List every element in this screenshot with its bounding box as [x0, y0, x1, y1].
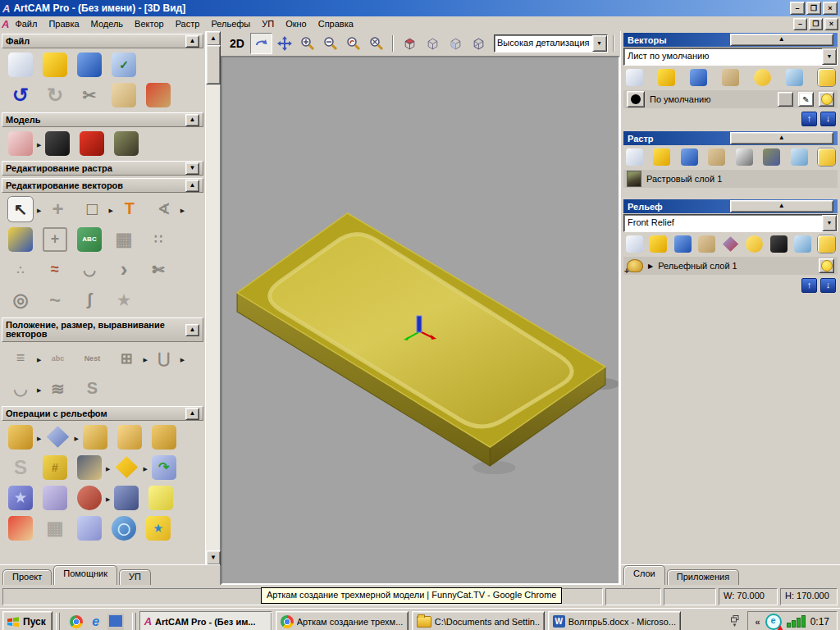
expand-icon[interactable]: ▼: [185, 162, 199, 175]
create-text-icon[interactable]: T: [117, 197, 142, 221]
raster-layer-row[interactable]: Растровый слой 1: [623, 170, 838, 188]
menu-item-reliefs[interactable]: Рельефы: [205, 17, 256, 30]
trim-vectors-icon[interactable]: ✄: [146, 258, 171, 282]
detail-level-select[interactable]: Высокая детализация ▼: [494, 34, 608, 52]
envelope-distort-icon[interactable]: ▦: [112, 227, 136, 252]
relief-layer-row[interactable]: + ▶ Рельефный слой 1: [623, 257, 838, 275]
signal-strength-icon[interactable]: [787, 616, 806, 628]
model-options-icon[interactable]: ✓: [112, 52, 136, 77]
tab-assistant[interactable]: Помощник: [53, 565, 117, 585]
nesting-icon[interactable]: Nest: [80, 346, 104, 371]
gold-bar-model[interactable]: [222, 57, 619, 583]
envelope-relief-icon[interactable]: ▦: [43, 516, 67, 541]
cut-icon[interactable]: ✂: [77, 83, 102, 107]
smooth-relief-icon[interactable]: [83, 425, 107, 450]
menu-item-toolpaths[interactable]: УП: [256, 17, 280, 30]
move-relief-layer-up-icon[interactable]: ↑: [801, 278, 817, 293]
scroll-down-icon[interactable]: ▼: [206, 550, 221, 565]
open-model-icon[interactable]: [43, 52, 67, 77]
wrap-relief-icon[interactable]: ↷: [152, 455, 176, 480]
collapse-icon[interactable]: ▲: [185, 35, 199, 48]
close-button[interactable]: ×: [823, 2, 838, 15]
layer-color-swatch[interactable]: [627, 91, 645, 107]
weave-wizard-icon[interactable]: #: [43, 455, 67, 480]
assistant-scrollbar[interactable]: ▲ ▼: [205, 31, 220, 565]
view-front-button[interactable]: [422, 33, 444, 54]
tab-applications[interactable]: Приложения: [667, 569, 739, 585]
taskbar-toolbar-expand[interactable]: ▼: [726, 615, 744, 628]
pillow-relief-icon[interactable]: [77, 516, 102, 541]
vector-sheet-select[interactable]: Лист по умолчанию ▼: [623, 48, 838, 66]
star-wizard-icon[interactable]: ★: [8, 486, 33, 510]
select-vectors-icon[interactable]: ↖: [8, 197, 33, 221]
offset-relief-icon[interactable]: [148, 486, 173, 510]
relief-select[interactable]: Front Relief ▼: [623, 214, 838, 232]
toolbar-grip[interactable]: [132, 613, 136, 630]
show-desktop-icon[interactable]: [108, 614, 123, 629]
open-relief-layer-icon[interactable]: [650, 235, 667, 253]
view-top-button[interactable]: [399, 33, 421, 54]
task-button-chrome-page[interactable]: Арткам создание трехм...: [276, 611, 409, 630]
delete-vector-sheet-icon[interactable]: [786, 69, 803, 86]
move-layer-up-icon[interactable]: ↑: [801, 112, 817, 126]
load-bitmap-icon[interactable]: [114, 131, 139, 156]
emboss-relief-icon[interactable]: [114, 486, 139, 510]
export-relief-icon[interactable]: ★: [146, 516, 171, 541]
paste-text-abc-icon[interactable]: ABC: [77, 227, 102, 252]
section-vector-editing-header[interactable]: Редактирование векторов ▲: [2, 178, 203, 193]
vector-texture-icon[interactable]: ≋: [45, 377, 70, 401]
start-button[interactable]: Пуск: [2, 611, 52, 630]
zoom-out-button[interactable]: [319, 33, 341, 54]
lock-layer-icon[interactable]: [778, 92, 793, 107]
node-editing-icon[interactable]: +: [43, 227, 67, 252]
measure-icon[interactable]: ∢: [152, 197, 176, 221]
toggle-sheet-visibility-icon[interactable]: [754, 69, 771, 86]
task-button-artcam[interactable]: AArtCAM Pro - (Без им...: [139, 611, 272, 630]
collapse-icon[interactable]: ▲: [185, 324, 199, 336]
save-relief-layer-icon[interactable]: [674, 235, 692, 253]
move-layer-down-icon[interactable]: ↓: [820, 112, 836, 126]
relief-layer-visibility-icon[interactable]: [819, 258, 834, 273]
layer-visibility-icon[interactable]: [819, 92, 834, 107]
flyout-arrow-icon[interactable]: ▶: [74, 436, 78, 442]
child-close-button[interactable]: ×: [824, 18, 838, 30]
expand-layer-icon[interactable]: ▶: [648, 262, 653, 270]
greyscale-view-icon[interactable]: [736, 148, 753, 166]
tape-measure-icon[interactable]: [8, 227, 33, 252]
fit-vectors-to-bitmap-icon[interactable]: ∴: [8, 258, 33, 282]
flyout-arrow-icon[interactable]: ▶: [180, 208, 185, 214]
undo-icon[interactable]: ↺: [8, 83, 33, 107]
minimize-button[interactable]: –: [790, 2, 805, 15]
new-raster-layer-icon[interactable]: [626, 148, 643, 166]
collapse-icon[interactable]: ▲: [730, 34, 834, 46]
offset-vectors-icon[interactable]: ʃ: [77, 288, 102, 313]
child-restore-button[interactable]: ❐: [809, 18, 823, 30]
viewport-3d[interactable]: [221, 56, 620, 585]
create-rectangle-icon[interactable]: □: [80, 197, 104, 221]
group-vectors-icon[interactable]: ⊞: [114, 346, 139, 371]
new-vector-sheet-icon[interactable]: [626, 69, 643, 86]
shape-editor-icon[interactable]: [114, 455, 139, 480]
merge-vector-sheets-icon[interactable]: [722, 69, 739, 86]
weld-vectors-icon[interactable]: ⋃: [152, 346, 176, 371]
section-position-size-align-header[interactable]: Положение, размер, выравнивание векторов…: [2, 317, 203, 342]
rough-vectors-icon[interactable]: ★: [112, 288, 136, 313]
collapse-icon[interactable]: ▲: [730, 200, 834, 212]
tab-project[interactable]: Проект: [2, 569, 52, 585]
smooth-s-icon[interactable]: S: [8, 455, 33, 480]
network-alert-tray-icon[interactable]: e: [765, 614, 782, 630]
align-vectors-icon[interactable]: ≡: [8, 346, 33, 371]
mode-2d-button[interactable]: 2D: [225, 33, 249, 54]
calculate-relief-icon[interactable]: [8, 425, 33, 450]
delete-relief-layer-icon[interactable]: [794, 235, 811, 253]
smooth-vectors-icon[interactable]: ◡: [8, 377, 33, 401]
show-all-relief-layers-icon[interactable]: [818, 235, 835, 253]
flyout-arrow-icon[interactable]: ▶: [108, 208, 112, 214]
task-button-word-doc[interactable]: WВолгпрь5.docx - Microso...: [548, 611, 681, 630]
transform-vectors-icon[interactable]: +: [45, 197, 70, 221]
sculpt-relief-icon[interactable]: [152, 425, 176, 450]
face-wizard-icon[interactable]: [8, 516, 33, 541]
redo-icon[interactable]: ↻: [43, 83, 67, 107]
view-side-button[interactable]: [445, 33, 467, 54]
new-relief-layer-icon[interactable]: [626, 235, 643, 253]
